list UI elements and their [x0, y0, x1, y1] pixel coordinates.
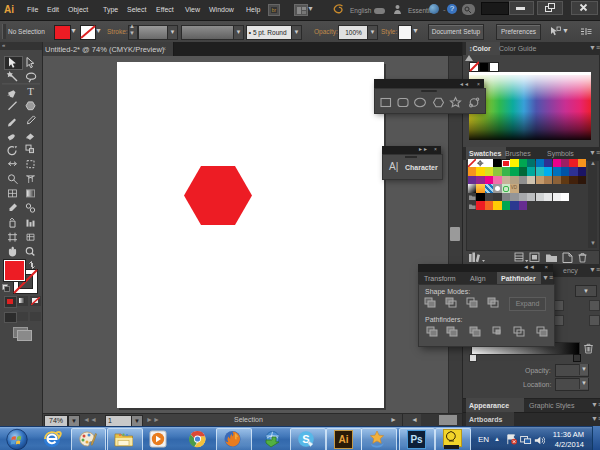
svg-text:T: T	[27, 85, 34, 97]
